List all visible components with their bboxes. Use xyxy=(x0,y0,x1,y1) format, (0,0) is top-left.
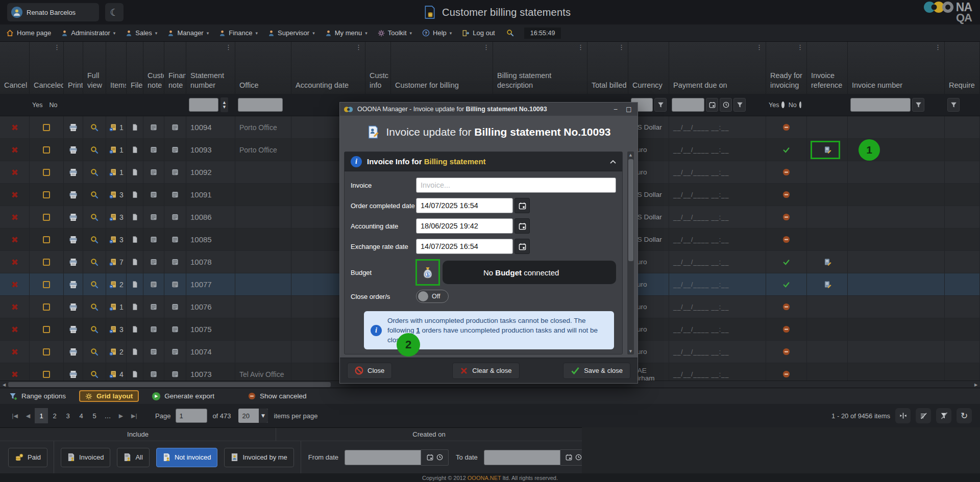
cell-files[interactable] xyxy=(127,229,143,250)
cell-fullview[interactable] xyxy=(83,116,106,138)
show-canceled-button[interactable]: Show canceled xyxy=(248,392,307,400)
close-button[interactable]: Close xyxy=(347,363,392,379)
cell-custnote[interactable] xyxy=(143,318,164,340)
column-menu-icon[interactable]: ⋮ xyxy=(355,43,362,51)
cell-cancel[interactable]: ✖ xyxy=(0,273,30,295)
column-header-invnum[interactable]: ⋮Invoice number xyxy=(848,42,945,94)
cell-print[interactable] xyxy=(64,341,83,363)
cell-items[interactable]: 1 xyxy=(106,139,127,161)
cell-finnote[interactable] xyxy=(164,229,186,250)
previous-page-button[interactable]: ◀ xyxy=(21,408,35,423)
cell-files[interactable] xyxy=(127,251,143,273)
invoiced-by-me-filter-button[interactable]: Invoiced by me xyxy=(224,448,293,467)
column-header-paymentdue[interactable]: ⋮Payment due on xyxy=(669,42,766,94)
cell-files[interactable] xyxy=(127,139,143,161)
cell-finnote[interactable] xyxy=(164,206,186,228)
cell-fullview[interactable] xyxy=(83,184,106,206)
clear-and-close-button[interactable]: Clear & close xyxy=(452,363,519,379)
menu-item-my-menu[interactable]: My menu▾ xyxy=(325,29,368,37)
menu-item-home-page[interactable]: Home page xyxy=(6,29,51,37)
order-completed-input[interactable] xyxy=(416,198,513,213)
cell-invref[interactable] xyxy=(807,273,848,295)
search-button[interactable] xyxy=(506,29,514,37)
page-number-…[interactable]: … xyxy=(101,408,114,423)
canceled-checkbox[interactable] xyxy=(43,124,50,131)
cell-custnote[interactable] xyxy=(143,184,164,206)
cell-fullview[interactable] xyxy=(83,318,106,340)
column-header-files[interactable]: Files xyxy=(127,42,143,94)
generate-export-button[interactable]: ▶ Generate export xyxy=(152,392,214,400)
cell-cancel[interactable]: ✖ xyxy=(0,229,30,250)
cell-print[interactable] xyxy=(64,273,83,295)
cell-items[interactable]: 1 xyxy=(106,116,127,138)
column-header-currency[interactable]: Currency xyxy=(628,42,669,94)
column-header-ready[interactable]: ⋮Ready for invoicing xyxy=(766,42,807,94)
clock-icon[interactable] xyxy=(575,454,582,461)
cell-custnote[interactable] xyxy=(143,116,164,138)
cell-cancel[interactable]: ✖ xyxy=(0,251,30,273)
cell-fullview[interactable] xyxy=(83,229,106,250)
refresh-button[interactable]: ↻ xyxy=(957,408,972,423)
clear-filter-button[interactable] xyxy=(936,408,951,423)
column-header-stmtnum[interactable]: ⋮Statement number xyxy=(186,42,235,94)
cell-print[interactable] xyxy=(64,184,83,206)
canceled-checkbox[interactable] xyxy=(43,348,50,356)
cell-finnote[interactable] xyxy=(164,184,186,206)
menu-item-manager[interactable]: Manager▾ xyxy=(167,29,209,37)
paid-filter-button[interactable]: Paid xyxy=(8,448,47,467)
canceled-checkbox[interactable] xyxy=(43,371,50,378)
cell-fullview[interactable] xyxy=(83,206,106,228)
cell-finnote[interactable] xyxy=(164,161,186,183)
dialog-scrollbar[interactable]: ▲ ▼ xyxy=(627,151,634,354)
radio-yes[interactable] xyxy=(781,102,784,108)
dialog-title-bar[interactable]: OOONA Manager - Invoice update for Billi… xyxy=(340,103,638,116)
to-date-input[interactable] xyxy=(484,450,560,465)
calendar-icon[interactable] xyxy=(566,454,572,461)
grid-layout-button[interactable]: Grid layout xyxy=(79,390,139,402)
calendar-filter-button[interactable] xyxy=(706,98,718,112)
column-header-customer[interactable]: ⋮Customer for billing xyxy=(391,42,493,94)
from-date-input[interactable] xyxy=(345,450,421,465)
cell-cancel[interactable]: ✖ xyxy=(0,318,30,340)
ooona-net-link[interactable]: OOONA.NET xyxy=(468,475,501,481)
maximize-icon[interactable]: □ xyxy=(624,105,633,113)
column-header-desc[interactable]: ⋮Billing statement description xyxy=(493,42,587,94)
column-menu-icon[interactable]: ⋮ xyxy=(483,43,489,51)
calendar-button[interactable] xyxy=(514,239,530,254)
cell-cancel[interactable]: ✖ xyxy=(0,341,30,363)
column-header-cancel[interactable]: Cancel xyxy=(0,42,30,94)
cell-finnote[interactable] xyxy=(164,341,186,363)
column-header-invref[interactable]: Invoice reference xyxy=(807,42,848,94)
canceled-checkbox[interactable] xyxy=(43,326,50,333)
cell-print[interactable] xyxy=(64,296,83,318)
canceled-checkbox[interactable] xyxy=(43,303,50,311)
canceled-checkbox[interactable] xyxy=(43,169,50,176)
cell-custnote[interactable] xyxy=(143,161,164,183)
cell-cancel[interactable]: ✖ xyxy=(0,206,30,228)
scroll-down-icon[interactable]: ▼ xyxy=(627,348,634,354)
save-and-close-button[interactable]: Save & close xyxy=(563,363,630,379)
clock-icon[interactable] xyxy=(436,454,443,461)
column-header-items[interactable]: Items xyxy=(106,42,127,94)
canceled-checkbox[interactable] xyxy=(43,214,50,221)
scroll-left-icon[interactable]: ◀ xyxy=(0,381,8,388)
cell-custnote[interactable] xyxy=(143,296,164,318)
cell-items[interactable]: 3 xyxy=(106,184,127,206)
budget-money-bag-icon[interactable]: $ xyxy=(422,266,433,278)
cell-custnote[interactable] xyxy=(143,229,164,250)
cell-print[interactable] xyxy=(64,161,83,183)
column-header-require[interactable]: Require xyxy=(945,42,980,94)
cell-items[interactable]: 1 xyxy=(106,296,127,318)
cell-fullview[interactable] xyxy=(83,341,106,363)
cell-finnote[interactable] xyxy=(164,251,186,273)
next-page-button[interactable]: ▶ xyxy=(114,408,128,423)
filter-funnel-button[interactable] xyxy=(654,98,667,112)
column-header-print[interactable]: Print xyxy=(64,42,83,94)
fit-columns-button[interactable] xyxy=(895,408,911,423)
cell-items[interactable]: 1 xyxy=(106,161,127,183)
cell-finnote[interactable] xyxy=(164,296,186,318)
canceled-checkbox[interactable] xyxy=(43,281,50,288)
cell-files[interactable] xyxy=(127,206,143,228)
menu-item-sales[interactable]: Sales▾ xyxy=(126,29,157,37)
canceled-checkbox[interactable] xyxy=(43,146,50,154)
